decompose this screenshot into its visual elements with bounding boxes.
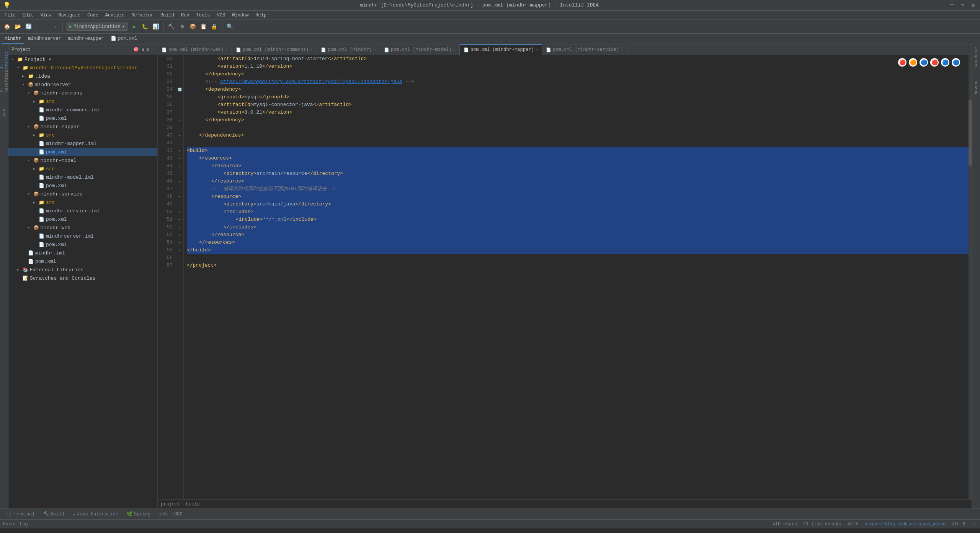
tree-node-mindhr-iml[interactable]: ▶ 📄 mindhr.iml	[8, 249, 157, 257]
toolbar-open[interactable]: 📂	[13, 22, 22, 31]
tree-settings-icon[interactable]: ⚙	[147, 47, 149, 52]
project-tab-mindhr[interactable]: mindhr	[2, 34, 24, 44]
browser-chrome[interactable]: 🔴	[898, 58, 906, 67]
scroll-indicator[interactable]	[969, 55, 972, 499]
sidebar-icon-favorites[interactable]: 2: Favorites	[0, 70, 8, 93]
tree-node-commons[interactable]: ▾ 📦 mindhr-commons	[8, 89, 157, 97]
editor-tab-model[interactable]: 📄 pom.xml (mindhr-model) ×	[380, 45, 460, 55]
tree-node-ext-libs[interactable]: ▶ 📚 External Libraries	[8, 266, 157, 274]
menu-vcs[interactable]: VCS	[214, 12, 229, 19]
menu-code[interactable]: Code	[84, 12, 101, 19]
status-encoding[interactable]: UTF-8	[952, 522, 965, 527]
project-tab-pom[interactable]: 📄 pom.xml	[108, 34, 140, 44]
tab-mapper-close[interactable]: ×	[536, 47, 538, 52]
toolbar-run[interactable]: ▶	[130, 22, 139, 31]
tree-node-mindhrserver[interactable]: ▾ 📦 mindhrserver	[8, 80, 157, 89]
toolbar-build[interactable]: 🔨	[167, 22, 176, 31]
editor-tab-mindhr[interactable]: 📄 pom.xml (mindhr) ×	[317, 45, 380, 55]
tree-node-mapper-pom[interactable]: ▶ 📄 pom.xml	[8, 148, 157, 156]
menu-navigate[interactable]: Navigate	[55, 12, 83, 19]
tree-node-model[interactable]: ▾ 📦 mindhr-model	[8, 156, 157, 165]
tree-node-service-iml[interactable]: ▶ 📄 mindhr-service.iml	[8, 207, 157, 215]
menu-build[interactable]: Build	[157, 12, 177, 19]
tree-node-service-pom[interactable]: ▶ 📄 pom.xml	[8, 215, 157, 223]
tab-service-close[interactable]: ×	[621, 47, 623, 52]
menu-edit[interactable]: Edit	[20, 12, 37, 19]
tab-model-close[interactable]: ×	[453, 47, 456, 52]
project-tab-mindhrserver[interactable]: mindhrserver	[25, 34, 64, 44]
bottom-tab-build[interactable]: 🔨 Build	[39, 510, 68, 518]
bottom-tab-terminal[interactable]: ⬛ Terminal	[2, 510, 39, 518]
tree-node-web[interactable]: ▾ 📦 mindhr-web	[8, 223, 157, 232]
menu-help[interactable]: Help	[252, 12, 270, 19]
tree-node-model-iml[interactable]: ▶ 📄 mindhr-model.iml	[8, 173, 157, 181]
tab-commons-close[interactable]: ×	[310, 47, 313, 52]
toolbar-project-icon[interactable]: 🏠	[2, 22, 11, 31]
breadcrumb-project[interactable]: project	[161, 502, 180, 507]
bottom-tab-java-enterprise[interactable]: ☕ Java Enterprise	[69, 510, 122, 518]
editor-tab-service[interactable]: 📄 pom.xml (mindhr-service) ×	[542, 45, 627, 55]
sidebar-icon-maven[interactable]: Maven	[972, 77, 980, 99]
menu-file[interactable]: File	[2, 12, 19, 19]
tree-node-service-src[interactable]: ▶ 📁 src	[8, 198, 157, 207]
minimize-button[interactable]: ─	[948, 2, 956, 9]
browser-opera[interactable]: 🔴	[930, 58, 939, 67]
toolbar-back[interactable]: ←	[39, 22, 49, 31]
tree-node-web-pom[interactable]: ▶ 📄 pom.xml	[8, 240, 157, 249]
code-content[interactable]: <artifactId>druid-spring-boot-starter</a…	[184, 55, 972, 499]
browser-safari[interactable]: 🔵	[952, 58, 960, 67]
editor-tab-mapper[interactable]: 📄 pom.xml (mindhr-mapper) ×	[460, 44, 542, 55]
toolbar-debug[interactable]: 🐛	[140, 22, 150, 31]
browser-firefox[interactable]: 🟠	[909, 58, 917, 67]
toolbar-settings[interactable]: ⚙	[178, 22, 187, 31]
menu-run[interactable]: Run	[178, 12, 193, 19]
breadcrumb-build[interactable]: build	[186, 502, 200, 507]
toolbar-lock[interactable]: 🔒	[210, 22, 219, 31]
tree-expand-icon[interactable]: ⇅	[141, 47, 144, 52]
bottom-tab-spring[interactable]: 🌿 Spring	[123, 510, 154, 518]
bottom-tab-todo[interactable]: ☑ 6: TODO	[155, 510, 186, 518]
tree-close-icon[interactable]: —	[152, 47, 154, 52]
tree-locate-icon[interactable]: 🎯	[133, 47, 139, 52]
project-tab-mapper[interactable]: mindhr-mapper	[65, 34, 107, 44]
toolbar-sync[interactable]: 🔄	[24, 22, 33, 31]
code-editor[interactable]: 30 31 32 33 34 35 36 37 38 39 40 41 42 4…	[158, 55, 972, 499]
tree-node-mapper[interactable]: ▾ 📦 mindhr-mapper	[8, 122, 157, 131]
tree-node-root-pom[interactable]: ▶ 📄 pom.xml	[8, 257, 157, 266]
sidebar-icon-database[interactable]: Database	[972, 46, 980, 69]
maximize-button[interactable]: ☐	[959, 2, 966, 9]
toolbar-deploy[interactable]: 📦	[188, 22, 198, 31]
tab-mindhr-close[interactable]: ×	[373, 47, 376, 52]
toolbar-coverage[interactable]: 📊	[151, 22, 160, 31]
tree-node-web-iml[interactable]: ▶ 📄 mindhrserver.iml	[8, 232, 157, 240]
browser-edge[interactable]: 🔵	[920, 58, 928, 67]
sidebar-icon-project[interactable]: 1: Project	[0, 46, 8, 69]
run-config-dropdown[interactable]: ▶ MindhrApplication ▾	[66, 23, 128, 31]
toolbar-search[interactable]: 🔍	[225, 22, 235, 31]
close-button[interactable]: ✕	[969, 2, 977, 9]
tree-node-service[interactable]: ▾ 📦 mindhr-service	[8, 190, 157, 198]
tree-node-idea[interactable]: ▶ 📁 .idea	[8, 72, 157, 80]
menu-tools[interactable]: Tools	[193, 12, 213, 19]
tree-node-commons-iml[interactable]: ▶ 📄 mindhr-commons.iml	[8, 106, 157, 114]
tree-node-model-pom[interactable]: ▶ 📄 pom.xml	[8, 181, 157, 190]
editor-tab-commons[interactable]: 📄 pom.xml (mindhr-commons) ×	[232, 45, 317, 55]
tree-node-mapper-src[interactable]: ▶ 📁 src	[8, 131, 157, 139]
tree-node-commons-src[interactable]: ▶ 📁 src	[8, 97, 157, 106]
toolbar-clipboard[interactable]: 📋	[199, 22, 208, 31]
browser-ie[interactable]: 🔵	[941, 58, 949, 67]
tree-node-mapper-iml[interactable]: ▶ 📄 mindhr-mapper.iml	[8, 139, 157, 148]
tree-node-model-src[interactable]: ▶ 📁 src	[8, 165, 157, 173]
sidebar-icon-web[interactable]: Web	[0, 101, 8, 124]
tree-node-scratches[interactable]: ▶ 📝 Scratches and Consoles	[8, 274, 157, 282]
menu-refactor[interactable]: Refactor	[128, 12, 157, 19]
status-event-log[interactable]: Event Log	[3, 522, 28, 527]
editor-tab-web[interactable]: 📄 pom.xml (mindhr-web) ×	[158, 45, 232, 55]
status-position[interactable]: 42:5	[848, 522, 859, 527]
tree-node-commons-pom[interactable]: ▶ 📄 pom.xml	[8, 114, 157, 122]
tab-web-close[interactable]: ×	[225, 47, 228, 52]
toolbar-forward[interactable]: →	[50, 22, 59, 31]
menu-view[interactable]: View	[38, 12, 55, 19]
tree-node-project[interactable]: ▾ 📁 Project ▾	[8, 55, 157, 64]
status-line-separator[interactable]: LF	[972, 522, 977, 527]
